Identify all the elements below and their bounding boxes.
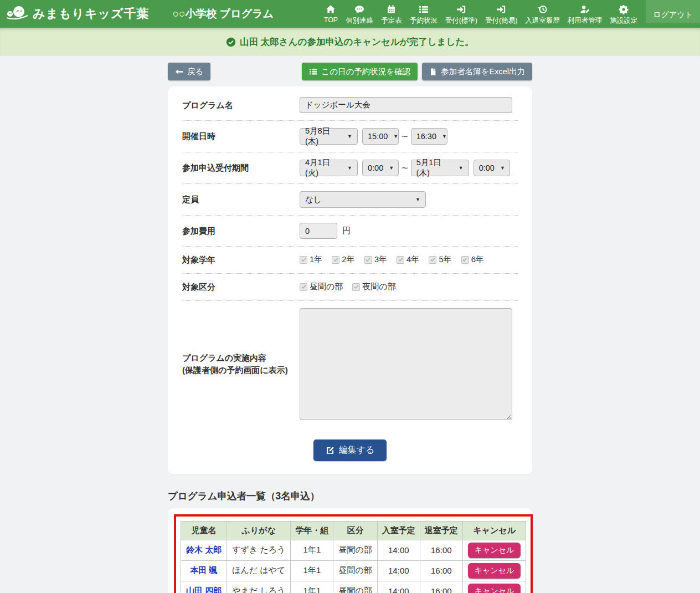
checkbox-checked-icon[interactable]	[300, 283, 307, 291]
column-header-grade: 学年・組	[291, 521, 333, 540]
division-cell: 昼間の部	[333, 540, 377, 560]
edit-button-label: 編集する	[339, 444, 375, 456]
grade-label: 4年	[406, 254, 419, 265]
logout-button[interactable]: ログアウト	[646, 0, 700, 23]
nav-item-entry-exit-history[interactable]: 入退室履歴	[521, 0, 564, 25]
table-row: 本田 颯 ほんだ はやて 1年1 昼間の部 14:00 16:00 キャンセル	[181, 560, 526, 581]
participants-card: 児童名 ふりがな 学年・組 区分 入室予定 退室予定 キャンセル 鈴木 太郎 す…	[168, 508, 532, 593]
checkbox-checked-icon[interactable]	[300, 256, 307, 264]
column-header-name: 児童名	[181, 521, 227, 540]
grade-checkbox-item: 6年	[461, 254, 484, 265]
list-icon	[419, 4, 429, 14]
fee-unit: 円	[342, 226, 351, 236]
nav-item-reception-simple[interactable]: 受付(簡易)	[481, 0, 521, 25]
grade-cell: 1年1	[291, 540, 333, 560]
division-label: 夜間の部	[362, 282, 395, 292]
entry-cell: 14:00	[377, 540, 420, 560]
nav-item-facility-settings[interactable]: 施設設定	[606, 0, 641, 25]
alert-message: 山田 太郎さんの参加申込のキャンセルが完了しました。	[240, 36, 474, 48]
check-circle-icon	[226, 37, 236, 47]
period-start-time-value: 0:00	[368, 163, 383, 172]
description-textarea[interactable]	[300, 308, 512, 420]
student-name-link[interactable]: 山田 四郎	[186, 586, 222, 593]
period-end-time-select[interactable]: 0:00 ▼	[473, 160, 510, 176]
form-row-event-datetime: 開催日時 5月8日(木) ▼ 15:00 ▼ ~ 16:30 ▼	[182, 121, 518, 152]
fee-input[interactable]	[300, 223, 337, 239]
nav-label: 予定表	[381, 16, 402, 25]
exit-cell: 16:00	[420, 581, 462, 593]
nav-item-individual-contact[interactable]: 個別連絡	[342, 0, 377, 25]
check-reservations-label: この日の予約状況を確認	[321, 67, 410, 77]
kana-cell: すずき たろう	[227, 540, 291, 560]
event-date-select[interactable]: 5月8日(木) ▼	[300, 128, 358, 145]
nav-item-reception-standard[interactable]: 受付(標準)	[441, 0, 481, 25]
grade-label: 2年	[342, 254, 354, 265]
top-navbar: みまもりキッズ千葉 ○○小学校 プログラム TOP 個別連絡 予定表 予約状況	[0, 0, 700, 28]
period-start-date-select[interactable]: 4月1日(火) ▼	[300, 160, 358, 176]
form-row-target-grades: 対象学年 1年 2年 3年 4年	[182, 247, 518, 274]
event-date-value: 5月8日(木)	[305, 126, 342, 147]
event-start-time-select[interactable]: 15:00 ▼	[362, 128, 399, 145]
capacity-select[interactable]: なし ▼	[300, 191, 426, 208]
checkbox-checked-icon[interactable]	[461, 256, 469, 264]
grade-checkbox-item: 3年	[364, 254, 387, 265]
nav-label: 受付(標準)	[445, 16, 477, 25]
program-detail-card: プログラム名 開催日時 5月8日(木) ▼ 15:00 ▼ ~ 16:30	[168, 86, 532, 474]
nav-item-schedule[interactable]: 予定表	[377, 0, 406, 25]
comment-icon	[354, 4, 364, 14]
checkbox-checked-icon[interactable]	[352, 283, 360, 291]
column-header-cancel: キャンセル	[462, 521, 526, 540]
exit-cell: 16:00	[420, 540, 462, 560]
check-reservations-button[interactable]: この日の予約状況を確認	[302, 63, 418, 80]
highlight-red-border: 児童名 ふりがな 学年・組 区分 入室予定 退室予定 キャンセル 鈴木 太郎 す…	[174, 514, 533, 593]
nav-item-user-management[interactable]: 利用者管理	[564, 0, 606, 25]
chevron-down-icon: ▼	[500, 165, 505, 171]
program-name-label: プログラム名	[182, 99, 300, 111]
nav-item-reservation-status[interactable]: 予約状況	[406, 0, 441, 25]
period-end-date-select[interactable]: 5月1日(木) ▼	[411, 160, 469, 176]
nav-label: TOP	[324, 16, 338, 24]
period-end-date-value: 5月1日(木)	[416, 157, 453, 178]
entry-cell: 14:00	[377, 560, 420, 581]
division-label: 昼間の部	[310, 282, 343, 292]
chevron-down-icon: ▼	[393, 134, 398, 139]
cancel-button[interactable]: キャンセル	[468, 543, 521, 558]
target-grades-label: 対象学年	[182, 254, 300, 266]
chevron-down-icon: ▼	[347, 165, 352, 171]
period-start-time-select[interactable]: 0:00 ▼	[362, 160, 399, 176]
cancel-button[interactable]: キャンセル	[468, 584, 521, 593]
program-name-input[interactable]	[300, 97, 512, 113]
edit-button[interactable]: 編集する	[313, 439, 387, 461]
checkbox-checked-icon[interactable]	[364, 256, 372, 264]
form-row-application-period: 参加申込受付期間 4月1日(火) ▼ 0:00 ▼ ~ 5月1日(木) ▼	[182, 152, 518, 184]
form-row-description: プログラムの実施内容 (保護者側の予約画面に表示)	[182, 301, 518, 427]
excel-export-button[interactable]: 参加者名簿をExcel出力	[422, 63, 532, 80]
excel-export-label: 参加者名簿をExcel出力	[441, 67, 525, 77]
event-start-time-value: 15:00	[368, 132, 388, 141]
capacity-label: 定員	[182, 193, 300, 206]
checkbox-checked-icon[interactable]	[429, 256, 436, 264]
nav-item-top[interactable]: TOP	[320, 0, 342, 24]
calendar-icon	[387, 4, 396, 14]
checkbox-checked-icon[interactable]	[397, 256, 404, 264]
back-button[interactable]: 戻る	[168, 63, 210, 80]
cancel-button[interactable]: キャンセル	[468, 563, 521, 579]
description-label-line2: (保護者側の予約画面に表示)	[182, 364, 300, 376]
division-checkbox-item: 昼間の部	[300, 282, 343, 292]
brand-logo[interactable]: みまもりキッズ千葉	[0, 4, 150, 23]
nav-label: 受付(簡易)	[485, 16, 517, 25]
student-name-link[interactable]: 本田 颯	[191, 565, 218, 575]
table-row: 山田 四郎 やまだ しろう 1年1 昼間の部 14:00 16:00 キャンセル	[181, 581, 526, 593]
chevron-down-icon: ▼	[459, 165, 464, 171]
nav-label: 予約状況	[410, 16, 437, 25]
chevron-down-icon: ▼	[347, 134, 352, 139]
edit-pencil-icon	[326, 446, 335, 455]
entry-cell: 14:00	[377, 581, 420, 593]
chevron-down-icon: ▼	[415, 197, 420, 202]
student-name-link[interactable]: 鈴木 太郎	[186, 545, 222, 554]
checkbox-checked-icon[interactable]	[332, 256, 339, 264]
tilde-separator: ~	[402, 130, 408, 143]
event-end-time-select[interactable]: 16:30 ▼	[411, 128, 447, 145]
exit-cell: 16:00	[420, 560, 462, 581]
column-header-exit: 退室予定	[420, 521, 462, 540]
